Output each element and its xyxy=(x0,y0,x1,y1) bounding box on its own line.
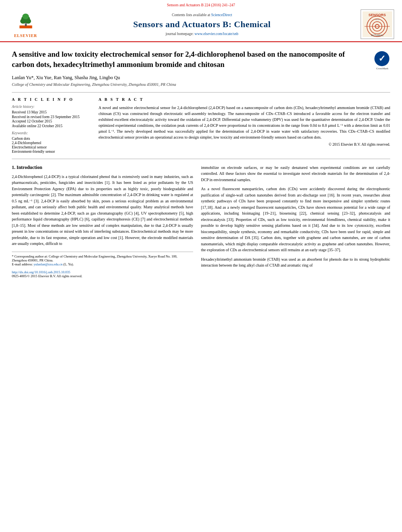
elsevier-logo: ELSEVIER xyxy=(8,11,43,38)
svg-point-6 xyxy=(25,23,26,24)
journal-homepage-link[interactable]: www.elsevier.com/locate/snb xyxy=(195,32,238,36)
crossmark-badge[interactable]: ✓ xyxy=(374,51,389,66)
journal-title: Sensors and Actuators B: Chemical xyxy=(47,19,357,30)
svg-text:SENSORS: SENSORS xyxy=(368,13,386,17)
keyword-4: Environment-friendly sensor xyxy=(12,150,91,154)
keywords-heading: Keywords: xyxy=(12,131,91,135)
svg-point-3 xyxy=(20,19,26,24)
article-info-col: A R T I C L E I N F O Article history: R… xyxy=(12,97,91,154)
footer-links: http://dx.doi.org/10.1016/j.snb.2015.10.… xyxy=(12,270,193,278)
keyword-2: 2,4-Dichlorophenol xyxy=(12,141,91,145)
footnote-section: * Corresponding author at: College of Ch… xyxy=(12,252,193,266)
main-body: 1. Introduction 2,4-Dichlorophenol (2,4-… xyxy=(12,165,390,278)
authors-line: Lanlan Yu*, Xiu Yue, Ran Yang, Shasha Ji… xyxy=(12,75,390,81)
footnote-email: E-mail address: yulanlan@zzu.edu.cn (L. … xyxy=(12,262,193,266)
doi-link[interactable]: http://dx.doi.org/10.1016/j.snb.2015.10.… xyxy=(12,270,70,274)
journal-header: Sensors and Actuators B 224 (2016) 241–2… xyxy=(0,0,402,42)
article-info-heading: A R T I C L E I N F O xyxy=(12,97,91,102)
citation-bar: Sensors and Actuators B 224 (2016) 241–2… xyxy=(8,3,394,7)
main-left-col: 1. Introduction 2,4-Dichlorophenol (2,4-… xyxy=(12,165,193,278)
keyword-1: Carbon dots xyxy=(12,137,91,141)
section1-right-paragraph2: As a novel fluorescent nanoparticles, ca… xyxy=(201,186,390,253)
abstract-heading: A B S T R A C T xyxy=(99,97,390,102)
footnote-text: * Corresponding author at: College of Ch… xyxy=(12,254,193,262)
svg-point-5 xyxy=(22,13,29,19)
header-main: ELSEVIER Contents lists available at Sci… xyxy=(8,9,394,39)
elsevier-label: ELSEVIER xyxy=(14,33,37,38)
crossmark-label: CrossMark xyxy=(374,67,390,70)
journal-title-block: Contents lists available at ScienceDirec… xyxy=(43,13,361,36)
footnote-email-link[interactable]: yulanlan@zzu.edu.cn xyxy=(34,262,62,266)
section1-left-paragraph1: 2,4-Dichlorophenol (2,4-DCP) is a typica… xyxy=(12,174,193,247)
sensors-logo-icon: SENSORS and AcTuators xyxy=(363,11,392,37)
contents-available: Contents lists available at ScienceDirec… xyxy=(47,13,357,17)
article-history-label: Article history: xyxy=(12,105,91,109)
affiliation-line: College of Chemistry and Molecular Engin… xyxy=(12,82,390,87)
sensors-logo-box: SENSORS and AcTuators xyxy=(361,9,394,39)
sciencedirect-link[interactable]: ScienceDirect xyxy=(211,13,232,17)
available-date: Available online 22 October 2015 xyxy=(12,124,91,128)
abstract-text: A novel and sensitive electrochemical se… xyxy=(99,105,390,140)
section1-right-paragraph1: immobilize on electrode surfaces, or may… xyxy=(201,165,390,183)
svg-text:and: and xyxy=(375,18,379,20)
title-section: A sensitive and low toxicity electrochem… xyxy=(12,49,390,70)
received-date-2: Received in revised form 23 September 20… xyxy=(12,115,91,119)
abstract-col: A B S T R A C T A novel and sensitive el… xyxy=(99,97,390,154)
keyword-3: Electrochemical sensor xyxy=(12,145,91,149)
received-date-1: Received 13 May 2015 xyxy=(12,110,91,114)
info-abstract-section: A R T I C L E I N F O Article history: R… xyxy=(12,92,390,159)
crossmark-block[interactable]: ✓ CrossMark xyxy=(374,51,390,70)
section1-right-paragraph3: Hexadecyltrimethyl ammonium bromide (CTA… xyxy=(201,256,390,269)
crossmark-symbol: ✓ xyxy=(378,54,385,64)
accepted-date: Accepted 12 October 2015 xyxy=(12,119,91,123)
abstract-copyright: © 2015 Elsevier B.V. All rights reserved… xyxy=(99,143,390,146)
keywords-section: Keywords: Carbon dots 2,4-Dichlorophenol… xyxy=(12,131,91,154)
elsevier-tree-icon xyxy=(15,11,37,33)
section1-heading: 1. Introduction xyxy=(12,165,193,171)
main-right-col: immobilize on electrode surfaces, or may… xyxy=(201,165,390,278)
article-body: A sensitive and low toxicity electrochem… xyxy=(0,42,402,284)
article-title: A sensitive and low toxicity electrochem… xyxy=(12,49,374,69)
citation-text: Sensors and Actuators B 224 (2016) 241–2… xyxy=(167,3,235,7)
svg-point-4 xyxy=(25,19,31,24)
issn-line: 0925-4005/© 2015 Elsevier B.V. All right… xyxy=(12,274,193,278)
page: Sensors and Actuators B 224 (2016) 241–2… xyxy=(0,0,402,532)
journal-homepage: journal homepage: www.elsevier.com/locat… xyxy=(47,32,357,36)
svg-text:AcTuators: AcTuators xyxy=(371,34,383,37)
